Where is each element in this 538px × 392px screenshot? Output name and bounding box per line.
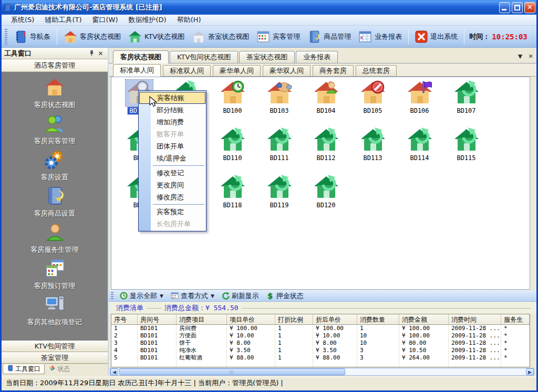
menubar-item[interactable]: 帮助(H) xyxy=(172,14,206,26)
scroll-right-arrow[interactable]: ▶ xyxy=(526,368,534,375)
table-row[interactable]: 4BD101纯净水¥ 3.501¥ 3.503¥ 10.502009-11-28… xyxy=(111,347,530,354)
toolbar-separator xyxy=(57,29,57,45)
sidebar-item[interactable]: 客房其他款项登记 xyxy=(5,294,105,327)
tab-dropdown-icon[interactable]: ▼ xyxy=(515,52,525,61)
room-item[interactable]: BD104 xyxy=(303,80,349,126)
room-item[interactable]: BD107 xyxy=(443,80,490,126)
context-menu-item[interactable]: 增加消费 xyxy=(139,116,206,128)
room-icon-clock xyxy=(219,80,246,106)
toolbar-button[interactable]: 导航条 xyxy=(10,28,54,45)
room-item[interactable]: BD118 xyxy=(209,174,256,220)
table-row[interactable]: 1BD101房间费¥ 100.001¥ 100.001¥ 100.002009-… xyxy=(111,325,530,332)
mouse-cursor xyxy=(149,96,158,108)
maximize-button[interactable] xyxy=(512,2,523,13)
main-tab[interactable]: 业务报表 xyxy=(296,51,338,63)
menubar-item[interactable]: 辅助工具(T) xyxy=(39,14,87,26)
sidebar-item[interactable]: 客房状态视图 xyxy=(5,77,105,110)
context-menu-item[interactable]: 续/退押金 xyxy=(139,152,206,164)
room-icon-vacant xyxy=(266,127,293,153)
room-item[interactable]: BD103 xyxy=(256,80,303,126)
main-tab[interactable]: KTV包间状态视图 xyxy=(170,51,238,63)
pin-icon[interactable] xyxy=(87,49,96,58)
room-type-tab[interactable]: 总统套房 xyxy=(356,65,397,76)
main-tab[interactable]: 茶室状态视图 xyxy=(239,51,295,63)
table-row[interactable]: 5BD101红葡萄酒¥ 88.001¥ 88.003¥ 264.002009-1… xyxy=(111,354,530,362)
room-type-tab[interactable]: 豪华双人间 xyxy=(263,65,311,76)
sidebar-section-header[interactable]: 茶室管理 xyxy=(2,352,108,364)
sidebar-tab[interactable]: 状态 xyxy=(45,364,74,374)
toolbar-button[interactable]: 业务报表 xyxy=(355,28,406,45)
table-cell xyxy=(449,362,501,367)
room-type-tab[interactable]: 豪华单人间 xyxy=(213,65,261,76)
menubar-item[interactable]: 数据维护(D) xyxy=(123,14,172,26)
toolbar-button-label: KTV状态视图 xyxy=(144,32,184,41)
room-item[interactable]: BD100 xyxy=(209,80,256,126)
sidebar-item[interactable]: 客房宾客管理 xyxy=(5,113,105,146)
toolbar-button[interactable]: 客房状态视图 xyxy=(60,28,125,45)
close-button[interactable]: ✕ xyxy=(524,2,535,13)
room-item[interactable]: BD112 xyxy=(303,127,349,173)
room-view-toolbar: 显示全部▼查看方式▼刷新显示$押金状态 xyxy=(109,290,536,302)
sidebar-item[interactable]: 客房服务生管理 xyxy=(5,222,105,255)
bottom-toolbar-button[interactable]: 查看方式▼ xyxy=(167,290,218,302)
bottom-toolbar-grip[interactable] xyxy=(111,292,113,300)
toolbar-button-label: 商品管理 xyxy=(324,32,351,41)
room-label: BD113 xyxy=(361,154,384,162)
book-icon xyxy=(307,30,321,44)
table-cell xyxy=(275,362,313,367)
room-item[interactable]: BD115 xyxy=(443,127,490,173)
sidebar-tab[interactable]: 工具窗口 xyxy=(3,364,45,374)
context-menu-item[interactable]: 更改房间 xyxy=(139,179,206,191)
toolbar-button[interactable]: 宾客管理 xyxy=(253,28,304,45)
bottom-toolbar-button[interactable]: 显示全部▼ xyxy=(116,290,167,302)
room-icon-vacant xyxy=(219,127,246,153)
sidebar-section-title: 酒店客房管理 xyxy=(34,61,75,70)
context-menu-item[interactable]: 团体开单 xyxy=(139,140,206,152)
room-item[interactable]: BD113 xyxy=(349,127,396,173)
scroll-left-arrow[interactable]: ◀ xyxy=(110,368,118,375)
sidebar-close-icon[interactable]: ✕ xyxy=(96,49,105,58)
sidebar-section-header[interactable]: KTV包间管理 xyxy=(2,341,108,352)
table-header-cell: 房间号 xyxy=(138,314,177,324)
toolbar-grip[interactable] xyxy=(5,29,7,45)
table-cell: 2009-11-28 ... xyxy=(449,325,501,332)
sidebar-item-label: 客房宾客管理 xyxy=(34,136,75,146)
context-menu-item[interactable]: 修改房态 xyxy=(139,191,206,203)
room-item[interactable]: BD110 xyxy=(209,127,256,173)
room-type-tab[interactable]: 标准单人间 xyxy=(113,64,161,77)
room-item[interactable]: BD111 xyxy=(256,127,303,173)
room-item[interactable]: BD114 xyxy=(396,127,443,173)
toolbar-button[interactable]: 商品管理 xyxy=(304,28,355,45)
room-type-tab[interactable]: 标准双人间 xyxy=(163,65,211,76)
app-window: 广州爱启迪技术有限公司-酒店管理系统 [已注册] ✕ 系统(S)辅助工具(T)窗… xyxy=(0,0,538,392)
room-item[interactable]: BD120 xyxy=(303,174,349,220)
table-cell xyxy=(138,362,177,367)
scrollbar-thumb[interactable] xyxy=(119,368,345,375)
room-item[interactable]: BD106 xyxy=(396,80,443,126)
bottom-toolbar-button[interactable]: $押金状态 xyxy=(263,290,307,302)
room-item[interactable]: BD119 xyxy=(256,174,303,220)
sidebar-item[interactable]: 客房设置 xyxy=(5,150,105,182)
menubar-item[interactable]: 系统(S) xyxy=(6,14,39,26)
context-menu-item[interactable]: 宾客预定 xyxy=(139,206,206,218)
table-cell xyxy=(399,362,449,367)
toolbar-button[interactable]: KTV状态视图 xyxy=(125,28,188,45)
table-row[interactable]: 2BD101方便面¥ 10.001¥ 10.0010¥ 100.002009-1… xyxy=(111,332,530,340)
room-item[interactable]: BD105 xyxy=(349,80,396,126)
sidebar-item[interactable]: 客房商品设置 xyxy=(5,186,105,218)
toolbar-button[interactable]: 茶室状态视图 xyxy=(188,28,253,45)
table-cell: BD101 xyxy=(138,347,177,354)
exit-button[interactable]: 退出系统 xyxy=(411,29,461,45)
table-cell: * xyxy=(501,325,530,332)
table-row[interactable]: 3BD101饼干¥ 8.001¥ 8.0010¥ 80.002009-11-28… xyxy=(111,340,530,347)
room-type-tab[interactable]: 商务套房 xyxy=(313,65,354,76)
minimize-button[interactable] xyxy=(499,2,510,13)
bottom-toolbar-button[interactable]: 刷新显示 xyxy=(218,290,263,302)
main-tab[interactable]: 客房状态视图 xyxy=(113,50,169,63)
sidebar-item[interactable]: 客房预订管理 xyxy=(5,258,105,291)
sidebar-section-header[interactable]: 酒店客房管理 xyxy=(2,59,108,72)
tab-close-icon[interactable]: ✕ xyxy=(526,52,535,61)
horizontal-scrollbar[interactable]: ◀ ▶ xyxy=(110,368,534,376)
context-menu-item[interactable]: 修改登记 xyxy=(139,167,206,179)
menubar-item[interactable]: 窗口(W) xyxy=(87,14,123,26)
